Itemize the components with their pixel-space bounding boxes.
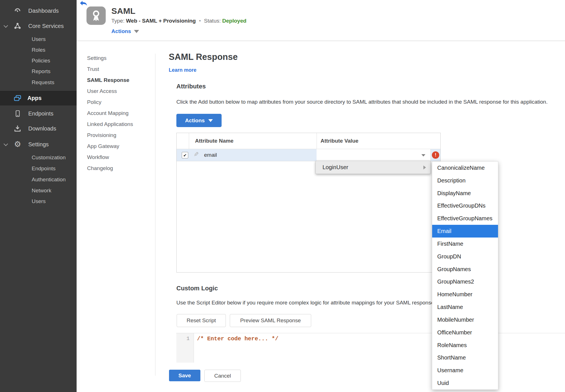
sidebar-item-apps[interactable]: Apps	[0, 91, 77, 105]
apps-icon	[13, 94, 22, 102]
type-value: Web - SAML + Provisioning	[126, 18, 196, 24]
sidebar-item-label: Apps	[27, 95, 42, 101]
attribute-value-dropdown[interactable]	[317, 149, 430, 161]
submenu-item-groupnames[interactable]: GroupNames	[432, 263, 498, 276]
subnav-item-user-access[interactable]: User Access	[77, 86, 155, 97]
edit-pencil-icon[interactable]: ✎	[194, 151, 199, 158]
preview-saml-response-button[interactable]: Preview SAML Response	[230, 314, 311, 327]
submenu-item-email[interactable]: Email	[432, 225, 498, 238]
subnav-item-workflow[interactable]: Workflow	[77, 152, 155, 163]
status-badge: Deployed	[222, 18, 246, 24]
type-label: Type:	[111, 18, 124, 24]
learn-more-link[interactable]: Learn more	[169, 67, 196, 73]
submenu-item-firstname[interactable]: FirstName	[432, 238, 498, 250]
app-header: SAML Type: Web - SAML + Provisioning • S…	[77, 0, 565, 41]
table-row[interactable]: ✔ ✎ email !	[177, 149, 440, 161]
submenu-item-effectivegroupnames[interactable]: EffectiveGroupNames	[432, 212, 498, 225]
row-checkbox[interactable]: ✔	[182, 152, 188, 158]
back-arrow-icon[interactable]	[80, 1, 87, 8]
subnav-item-settings[interactable]: Settings	[77, 53, 155, 64]
chevron-down-icon[interactable]	[4, 24, 8, 28]
reset-script-button[interactable]: Reset Script	[177, 314, 226, 327]
sidebar-item-customization[interactable]: Customization	[0, 153, 77, 162]
endpoints-icon	[13, 110, 22, 117]
subnav-item-linked-applications[interactable]: Linked Applications	[77, 119, 155, 130]
gauge-icon	[13, 7, 22, 15]
menu-item-loginuser[interactable]: LoginUser	[316, 164, 348, 171]
subnav-item-trust[interactable]: Trust	[77, 64, 155, 75]
content-divider	[155, 54, 155, 376]
caret-down-icon	[421, 154, 425, 156]
sidebar-item-settings[interactable]: ⚙ Settings	[0, 140, 77, 149]
submenu-item-username[interactable]: Username	[432, 364, 498, 377]
submenu-item-displayname[interactable]: DisplayName	[432, 187, 498, 200]
sidebar-item-label: Endpoints	[28, 110, 53, 117]
table-header-row: Attribute Name Attribute Value	[177, 133, 440, 149]
sidebar-item-label: Settings	[28, 141, 49, 148]
submenu-item-description[interactable]: Description	[432, 174, 498, 187]
sidebar-item-settings-users[interactable]: Users	[0, 197, 77, 206]
sidebar-item-network[interactable]: Network	[0, 186, 77, 195]
check-icon: ✔	[183, 153, 187, 158]
saml-app-icon	[86, 6, 106, 25]
error-icon: !	[432, 151, 439, 159]
page-title: SAML Response	[169, 52, 238, 62]
chevron-down-icon	[208, 119, 213, 122]
cancel-button[interactable]: Cancel	[204, 370, 241, 382]
chevron-down-icon[interactable]	[4, 142, 8, 146]
submenu-item-groupdn[interactable]: GroupDN	[432, 250, 498, 263]
subnav-item-provisioning[interactable]: Provisioning	[77, 130, 155, 141]
sidebar-item-label: Dashboards	[28, 8, 59, 14]
sidebar-item-authentication[interactable]: Authentication	[0, 175, 77, 184]
script-editor-code[interactable]: /* Enter code here... */	[197, 336, 278, 342]
status-label: Status:	[204, 18, 221, 24]
submenu-item-groupnames2[interactable]: GroupNames2	[432, 275, 498, 288]
sidebar-item-endpoints[interactable]: Endpoints	[0, 109, 77, 118]
subnav-item-policy[interactable]: Policy	[77, 97, 155, 108]
script-editor-border	[176, 333, 565, 333]
submenu-item-officenumber[interactable]: OfficeNumber	[432, 326, 498, 339]
submenu-item-homenumber[interactable]: HomeNumber	[432, 288, 498, 301]
save-button[interactable]: Save	[169, 370, 200, 381]
submenu-item-mobilenumber[interactable]: MobileNumber	[432, 313, 498, 326]
sidebar-item-settings-endpoints[interactable]: Endpoints	[0, 164, 77, 173]
sidebar-item-requests[interactable]: Requests	[0, 78, 77, 87]
sidebar-item-label: Core Services	[28, 23, 64, 29]
sidebar-item-roles[interactable]: Roles	[0, 46, 77, 54]
custom-logic-heading: Custom Logic	[176, 285, 218, 292]
line-number: 1	[176, 336, 190, 342]
subnav-item-saml-response[interactable]: SAML Response	[77, 75, 155, 86]
bullet-separator: •	[197, 18, 203, 24]
sidebar-item-downloads[interactable]: Downloads	[0, 124, 77, 133]
submenu-item-uuid[interactable]: Uuid	[432, 377, 498, 389]
header-actions-menu[interactable]: Actions	[111, 28, 139, 34]
attributes-heading: Attributes	[176, 83, 206, 90]
subnav-item-changelog[interactable]: Changelog	[77, 163, 155, 174]
sidebar-item-users[interactable]: Users	[0, 35, 77, 43]
sidebar: Dashboards Core Services Users Roles Pol…	[0, 0, 77, 392]
sidebar-item-label: Downloads	[28, 125, 56, 132]
submenu-item-shortname[interactable]: ShortName	[432, 351, 498, 364]
attribute-submenu: CanonicalizeNameDescriptionDisplayNameEf…	[432, 161, 498, 390]
submenu-item-rolenames[interactable]: RoleNames	[432, 339, 498, 352]
sidebar-item-reports[interactable]: Reports	[0, 67, 77, 76]
custom-logic-description: Use the Script Editor below if you requi…	[176, 300, 436, 306]
sidebar-item-core-services[interactable]: Core Services	[0, 21, 77, 31]
attributes-description: Click the Add button below to map attrib…	[176, 99, 547, 105]
submenu-item-canonicalizename[interactable]: CanonicalizeName	[432, 162, 498, 174]
attribute-name-cell: email	[204, 149, 217, 161]
subnav-item-account-mapping[interactable]: Account Mapping	[77, 108, 155, 119]
sidebar-item-policies[interactable]: Policies	[0, 56, 77, 65]
attributes-table: Attribute Name Attribute Value ✔ ✎ email…	[176, 133, 441, 273]
app-type-status: Type: Web - SAML + Provisioning • Status…	[111, 18, 246, 24]
core-services-icon	[13, 22, 22, 30]
submenu-item-effectivegroupdns[interactable]: EffectiveGroupDNs	[432, 199, 498, 212]
submenu-item-lastname[interactable]: LastName	[432, 301, 498, 313]
value-picker-menu: LoginUser	[315, 161, 431, 174]
column-header-attribute-value: Attribute Value	[321, 133, 358, 149]
downloads-icon	[13, 125, 22, 132]
attributes-actions-button[interactable]: Actions	[176, 114, 222, 127]
gear-icon: ⚙	[13, 140, 22, 148]
subnav-item-app-gateway[interactable]: App Gateway	[77, 141, 155, 152]
sidebar-item-dashboards[interactable]: Dashboards	[0, 6, 77, 16]
